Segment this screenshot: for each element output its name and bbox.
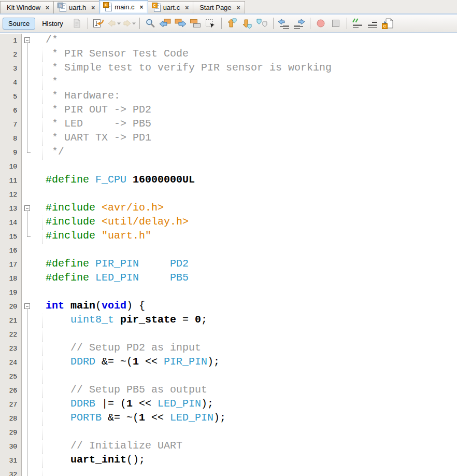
code-line[interactable]: 11#define F_CPU 16000000UL: [0, 174, 457, 188]
code-line[interactable]: 31 uart_init();: [0, 454, 457, 468]
code-line[interactable]: 23 // Setup PD2 as input: [0, 342, 457, 356]
fold-toggle[interactable]: [22, 34, 34, 48]
tab-close-icon[interactable]: ×: [140, 4, 144, 10]
code-line[interactable]: 8 * UART TX -> PD1: [0, 132, 457, 146]
line-number[interactable]: 23: [0, 342, 22, 356]
code-line[interactable]: 18#define LED_PIN PB5: [0, 272, 457, 286]
code-line[interactable]: 13#include <avr/io.h>: [0, 202, 457, 216]
code-line[interactable]: 27 DDRB |= (1 << LED_PIN);: [0, 398, 457, 412]
code-editor[interactable]: 1/*2 * PIR Sensor Test Code3 * Simple te…: [0, 33, 457, 476]
last-edit-icon[interactable]: [92, 17, 106, 30]
next-bookmark-icon[interactable]: [240, 17, 254, 30]
line-number[interactable]: 29: [0, 426, 22, 440]
previous-bookmark-icon[interactable]: [225, 17, 239, 30]
line-number[interactable]: 14: [0, 216, 22, 230]
line-number[interactable]: 25: [0, 370, 22, 384]
code-line[interactable]: 32: [0, 468, 457, 476]
line-number[interactable]: 24: [0, 356, 22, 370]
code-line[interactable]: 7 * LED -> PB5: [0, 118, 457, 132]
fold-collapse-icon[interactable]: [24, 37, 30, 43]
source-button[interactable]: Source: [3, 18, 35, 30]
code-line[interactable]: 15#include "uart.h": [0, 230, 457, 244]
code-line[interactable]: 14#include <util/delay.h>: [0, 216, 457, 230]
line-number[interactable]: 2: [0, 48, 22, 62]
fold-toggle[interactable]: [22, 202, 34, 216]
line-number[interactable]: 7: [0, 118, 22, 132]
line-number[interactable]: 11: [0, 174, 22, 188]
toggle-bookmark-icon[interactable]: [255, 17, 269, 30]
fold-collapse-icon[interactable]: [24, 303, 30, 309]
back-icon[interactable]: [107, 17, 121, 30]
rectangular-selection-icon[interactable]: [204, 17, 218, 30]
line-number[interactable]: 8: [0, 132, 22, 146]
tab-main-c[interactable]: C main.c ×: [99, 0, 148, 13]
line-number[interactable]: 26: [0, 384, 22, 398]
line-number[interactable]: 21: [0, 314, 22, 328]
line-number[interactable]: 28: [0, 412, 22, 426]
code-line[interactable]: 24 DDRD &= ~(1 << PIR_PIN);: [0, 356, 457, 370]
line-number[interactable]: 22: [0, 328, 22, 342]
line-number[interactable]: 18: [0, 272, 22, 286]
code-line[interactable]: 25: [0, 370, 457, 384]
tab-close-icon[interactable]: ×: [237, 5, 240, 11]
line-number[interactable]: 19: [0, 286, 22, 300]
stop-macro-recording-icon[interactable]: [329, 17, 343, 30]
tab-uart-h[interactable]: h uart.h ×: [53, 1, 99, 13]
diff-icon[interactable]: [70, 17, 84, 30]
code-line[interactable]: 28 PORTB &= ~(1 << LED_PIN);: [0, 412, 457, 426]
find-next-icon[interactable]: [174, 17, 188, 30]
history-button[interactable]: History: [36, 18, 68, 30]
line-number[interactable]: 17: [0, 258, 22, 272]
find-selection-icon[interactable]: [189, 17, 203, 30]
start-macro-recording-icon[interactable]: [314, 17, 328, 30]
code-line[interactable]: 12: [0, 188, 457, 202]
code-line[interactable]: 3 * Simple test to verify PIR sensor is …: [0, 62, 457, 76]
line-number[interactable]: 16: [0, 244, 22, 258]
code-line[interactable]: 4 *: [0, 76, 457, 90]
line-number[interactable]: 30: [0, 440, 22, 454]
shift-line-right-icon[interactable]: [292, 17, 306, 30]
line-number[interactable]: 4: [0, 76, 22, 90]
code-line[interactable]: 19: [0, 286, 457, 300]
line-number[interactable]: 5: [0, 90, 22, 104]
code-line[interactable]: 10: [0, 160, 457, 174]
code-line[interactable]: 20int main(void) {: [0, 300, 457, 314]
tab-uart-c[interactable]: C uart.c ×: [148, 1, 194, 13]
code-line[interactable]: 21 uint8_t pir_state = 0;: [0, 314, 457, 328]
line-number[interactable]: 10: [0, 160, 22, 174]
line-number[interactable]: 13: [0, 202, 22, 216]
code-line[interactable]: 22: [0, 328, 457, 342]
code-line[interactable]: 1/*: [0, 34, 457, 48]
fold-collapse-icon[interactable]: [24, 205, 30, 211]
line-number[interactable]: 32: [0, 468, 22, 476]
fold-toggle[interactable]: [22, 300, 34, 314]
line-number[interactable]: 3: [0, 62, 22, 76]
code-line[interactable]: 2 * PIR Sensor Test Code: [0, 48, 457, 62]
line-number[interactable]: 27: [0, 398, 22, 412]
line-number[interactable]: 12: [0, 188, 22, 202]
line-number[interactable]: 31: [0, 454, 22, 468]
line-number[interactable]: 9: [0, 146, 22, 160]
code-line[interactable]: 17#define PIR_PIN PD2: [0, 258, 457, 272]
code-line[interactable]: 6 * PIR OUT -> PD2: [0, 104, 457, 118]
uncomment-icon[interactable]: [366, 17, 380, 30]
code-line[interactable]: 29: [0, 426, 457, 440]
comment-icon[interactable]: [351, 17, 365, 30]
tab-close-icon[interactable]: ×: [46, 5, 49, 11]
tab-start-page[interactable]: Start Page ×: [193, 1, 245, 13]
code-line[interactable]: 9 */: [0, 146, 457, 160]
tab-close-icon[interactable]: ×: [91, 5, 95, 11]
line-number[interactable]: 15: [0, 230, 22, 244]
find-icon[interactable]: [144, 17, 158, 30]
code-line[interactable]: 16: [0, 244, 457, 258]
code-line[interactable]: 5 * Hardware:: [0, 90, 457, 104]
shift-line-left-icon[interactable]: [277, 17, 291, 30]
find-previous-icon[interactable]: [159, 17, 173, 30]
forward-icon[interactable]: [122, 17, 136, 30]
line-number[interactable]: 20: [0, 300, 22, 314]
tab-close-icon[interactable]: ×: [185, 5, 189, 11]
code-area[interactable]: 1/*2 * PIR Sensor Test Code3 * Simple te…: [0, 34, 457, 476]
line-number[interactable]: 1: [0, 34, 22, 48]
code-line[interactable]: 30 // Initialize UART: [0, 440, 457, 454]
go-to-header-source-icon[interactable]: C: [381, 17, 395, 30]
